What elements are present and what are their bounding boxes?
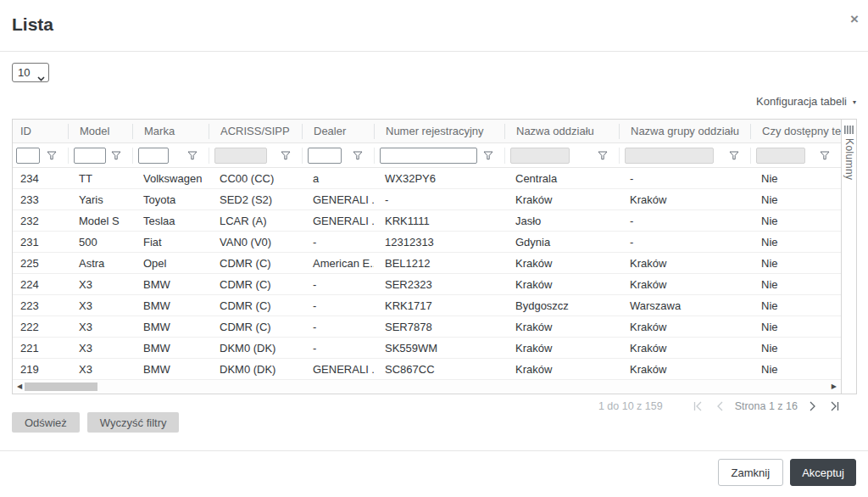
cell-marka: BMW	[132, 342, 209, 355]
cell-acriss-sipp: DKM0 (DK)	[209, 363, 302, 376]
filter-funnel-icon[interactable]	[483, 151, 493, 160]
column-header-acriss-sipp[interactable]: ACRISS/SIPP	[209, 124, 302, 139]
scrollbar-thumb[interactable]	[25, 383, 97, 391]
cell-dealer: -	[302, 342, 374, 355]
cell-czy-dostepny-teraz: Nie	[750, 172, 841, 185]
cell-nazwa-oddzialu: Jasło	[504, 215, 619, 227]
filter-funnel-icon[interactable]	[729, 151, 739, 160]
filter-input-acriss-sipp	[214, 148, 267, 164]
table-row[interactable]: 224X3BMWCDMR (C)-SER2323KrakówKrakówNie	[13, 274, 841, 295]
cell-id: 231	[13, 236, 68, 248]
cell-model: Astra	[68, 257, 132, 270]
table-row[interactable]: 221X3BMWDKM0 (DK)-SK559WMKrakówKrakówNie	[13, 338, 841, 359]
filter-cell-model	[68, 148, 132, 164]
table-row[interactable]: 233YarisToyotaSED2 (S2)GENERALI ...-Krak…	[13, 189, 841, 210]
header-divider	[0, 51, 868, 52]
column-header-id[interactable]: ID	[13, 124, 68, 139]
cell-numer-rejestracyjny: KRK1111	[374, 215, 504, 227]
filter-cell-numer-rejestracyjny	[374, 148, 504, 164]
columns-panel-tab[interactable]: Kolumny	[842, 119, 857, 394]
filter-input-id[interactable]	[16, 148, 40, 164]
first-page-button[interactable]	[693, 401, 703, 411]
cell-nazwa-oddzialu: Kraków	[504, 363, 619, 376]
filter-funnel-icon[interactable]	[281, 151, 291, 160]
filter-input-numer-rejestracyjny[interactable]	[380, 148, 477, 164]
table-body: 234TTVolkswagenCC00 (CC)aWX32PY6Centrala…	[13, 168, 841, 380]
close-button[interactable]: Zamknij	[718, 459, 784, 486]
next-page-button[interactable]	[810, 401, 816, 411]
filter-funnel-icon[interactable]	[187, 151, 198, 160]
filter-input-dealer[interactable]	[308, 148, 342, 164]
cell-id: 221	[13, 342, 68, 355]
cell-numer-rejestracyjny: SK559WM	[374, 342, 504, 355]
cell-nazwa-grupy-oddzialu: Kraków	[619, 193, 750, 206]
filter-funnel-icon[interactable]	[111, 151, 121, 160]
cell-numer-rejestracyjny: -	[374, 193, 504, 206]
column-header-model[interactable]: Model	[68, 124, 132, 139]
table-row[interactable]: 234TTVolkswagenCC00 (CC)aWX32PY6Centrala…	[13, 168, 841, 189]
cell-acriss-sipp: CDMR (C)	[209, 321, 302, 333]
table-row[interactable]: 219X3BMWDKM0 (DK)GENERALI ...SC867CCKrak…	[13, 359, 841, 380]
cell-dealer: -	[302, 299, 374, 312]
filter-funnel-icon[interactable]	[353, 151, 363, 160]
cell-dealer: -	[302, 278, 374, 291]
columns-icon	[844, 126, 854, 134]
cell-nazwa-grupy-oddzialu: Warszawa	[619, 299, 750, 312]
cell-acriss-sipp: SED2 (S2)	[209, 193, 302, 206]
pagination: 1 do 10 z 159 Strona 1 z 16	[598, 400, 846, 412]
filter-funnel-icon[interactable]	[47, 151, 57, 160]
cell-dealer: GENERALI ...	[302, 363, 374, 376]
scroll-right-icon[interactable]: ▶	[832, 383, 837, 391]
table-actions: Odśwież Wyczyść filtry	[12, 412, 179, 433]
pagination-range-label: 1 do 10 z 159	[598, 400, 663, 412]
cell-nazwa-oddzialu: Kraków	[504, 257, 619, 270]
column-header-dealer[interactable]: Dealer	[302, 124, 374, 139]
page-size-select[interactable]: 10	[12, 63, 49, 82]
table-row[interactable]: 232Model STeslaaLCAR (A)GENERALI ...KRK1…	[13, 210, 841, 232]
filter-input-marka[interactable]	[138, 148, 169, 164]
last-page-button[interactable]	[830, 401, 839, 411]
column-header-numer-rejestracyjny[interactable]: Numer rejestracyjny	[374, 124, 504, 139]
cell-czy-dostepny-teraz: Nie	[750, 342, 841, 355]
column-header-nazwa-grupy-oddzialu[interactable]: Nazwa grupy oddziału	[619, 124, 750, 139]
table-row[interactable]: 225AstraOpelCDMR (C)American E...BEL1212…	[13, 253, 841, 274]
footer-buttons: Zamknij Akceptuj	[718, 459, 856, 486]
cell-nazwa-grupy-oddzialu: -	[619, 172, 750, 185]
cell-nazwa-oddzialu: Kraków	[504, 342, 619, 355]
first-page-icon	[693, 401, 703, 411]
cell-numer-rejestracyjny: SER2323	[374, 278, 504, 291]
cell-czy-dostepny-teraz: Nie	[750, 278, 841, 291]
prev-page-button[interactable]	[716, 401, 723, 411]
cell-model: X3	[68, 321, 132, 333]
cell-numer-rejestracyjny: SER7878	[374, 321, 504, 333]
column-header-czy-dostepny-teraz[interactable]: Czy dostępny teraz	[750, 124, 841, 139]
cell-marka: Toyota	[132, 193, 209, 206]
filter-funnel-icon[interactable]	[820, 151, 830, 160]
horizontal-scrollbar[interactable]: ◀ ▶	[13, 380, 841, 394]
footer-divider	[0, 450, 868, 451]
filter-input-model[interactable]	[74, 148, 106, 164]
filter-cell-nazwa-oddzialu	[504, 148, 619, 164]
table-row[interactable]: 223X3BMWCDMR (C)-KRK1717BydgoszczWarszaw…	[13, 295, 841, 316]
accept-button[interactable]: Akceptuj	[790, 459, 856, 486]
close-icon[interactable]: ×	[850, 12, 859, 26]
cell-model: X3	[68, 299, 132, 312]
cell-numer-rejestracyjny: KRK1717	[374, 299, 504, 312]
next-page-icon	[810, 401, 816, 411]
scroll-left-icon[interactable]: ◀	[17, 383, 22, 391]
table-config-menu[interactable]: Konfiguracja tabeli ▾	[756, 95, 856, 108]
cell-dealer: -	[302, 236, 374, 248]
cell-czy-dostepny-teraz: Nie	[750, 363, 841, 376]
table-row[interactable]: 231500FiatVAN0 (V0)-12312313Gdynia-Nie	[13, 232, 841, 253]
refresh-button[interactable]: Odśwież	[12, 412, 80, 433]
column-header-nazwa-oddzialu[interactable]: Nazwa oddziału	[504, 124, 619, 139]
table-filter-row	[13, 143, 841, 168]
clear-filters-button[interactable]: Wyczyść filtry	[87, 412, 180, 433]
cell-nazwa-grupy-oddzialu: Kraków	[619, 257, 750, 270]
table-row[interactable]: 222X3BMWCDMR (C)-SER7878KrakówKrakówNie	[13, 316, 841, 338]
filter-input-nazwa-oddzialu	[510, 148, 570, 164]
filter-funnel-icon[interactable]	[598, 151, 608, 160]
cell-nazwa-grupy-oddzialu: Kraków	[619, 321, 750, 333]
column-header-marka[interactable]: Marka	[132, 124, 209, 139]
pagination-page-label: Strona 1 z 16	[735, 400, 798, 412]
